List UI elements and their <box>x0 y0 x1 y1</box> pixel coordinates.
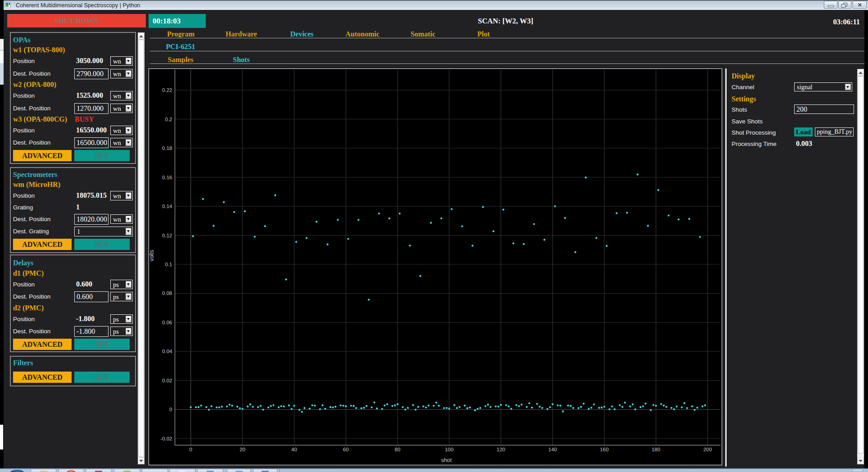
svg-text:80: 80 <box>395 447 401 452</box>
svg-text:60: 60 <box>343 447 349 452</box>
svg-text:200: 200 <box>703 447 712 452</box>
svg-text:0: 0 <box>169 407 172 412</box>
svg-text:-0.02: -0.02 <box>160 436 172 441</box>
svg-text:0.04: 0.04 <box>162 349 172 354</box>
svg-text:20: 20 <box>240 447 245 452</box>
svg-text:0.2: 0.2 <box>165 117 172 122</box>
svg-text:40: 40 <box>291 447 297 452</box>
svg-text:0.08: 0.08 <box>162 290 172 296</box>
svg-text:160: 160 <box>600 447 609 452</box>
svg-text:0.02: 0.02 <box>162 378 172 383</box>
svg-text:180: 180 <box>651 447 660 452</box>
svg-text:140: 140 <box>548 447 557 452</box>
svg-text:volts: volts <box>149 250 155 262</box>
svg-text:0.14: 0.14 <box>162 204 172 209</box>
svg-text:100: 100 <box>445 447 453 452</box>
svg-text:0.06: 0.06 <box>162 320 172 325</box>
svg-text:0.1: 0.1 <box>165 262 172 267</box>
svg-text:0.22: 0.22 <box>162 87 172 93</box>
svg-text:0.16: 0.16 <box>162 175 172 180</box>
svg-text:0.12: 0.12 <box>162 233 172 238</box>
svg-text:0: 0 <box>190 447 192 452</box>
svg-text:shot: shot <box>441 457 452 463</box>
svg-text:0.18: 0.18 <box>162 145 172 151</box>
svg-text:120: 120 <box>497 447 505 452</box>
